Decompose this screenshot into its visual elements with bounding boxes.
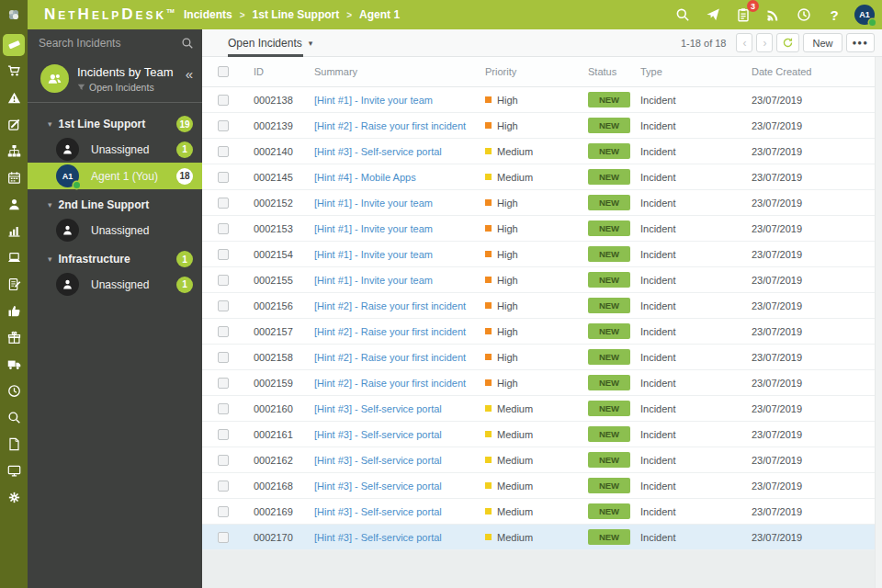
rail-item-compose[interactable] [0,111,28,138]
incident-link[interactable]: [Hint #2] - Raise your first incident [314,378,466,389]
rail-item-laptop[interactable] [0,244,28,271]
refresh-button[interactable] [776,33,799,52]
incident-link[interactable]: [Hint #1] - Invite your team [314,198,433,209]
row-checkbox[interactable] [218,120,229,131]
rail-item-calendar[interactable] [0,164,28,191]
table-row[interactable]: 0002140[Hint #3] - Self-service portalMe… [202,139,882,164]
rail-item-truck[interactable] [0,351,28,378]
table-row[interactable]: 0002170[Hint #3] - Self-service portalMe… [202,525,882,550]
rail-item-ticket[interactable] [0,31,28,58]
rail-item-clock[interactable] [0,378,28,404]
table-row[interactable]: 0002162[Hint #3] - Self-service portalMe… [202,447,882,473]
vertical-scrollbar[interactable] [875,57,882,588]
rail-item-search[interactable] [0,404,28,431]
user-avatar[interactable]: A1 [854,5,875,25]
table-row[interactable]: 0002138[Hint #1] - Invite your teamHighN… [202,87,882,113]
prev-page-button[interactable]: ‹ [736,33,752,52]
table-row[interactable]: 0002156[Hint #2] - Raise your first inci… [202,293,882,319]
team-group[interactable]: ▾Infrastructure1 [28,247,202,271]
incident-link[interactable]: [Hint #2] - Raise your first incident [314,120,466,131]
row-checkbox[interactable] [218,532,229,543]
row-checkbox[interactable] [218,172,229,183]
incident-link[interactable]: [Hint #3] - Self-service portal [314,146,442,157]
new-incident-button[interactable]: New [803,33,842,52]
incident-link[interactable]: [Hint #2] - Raise your first incident [314,300,466,311]
team-member[interactable]: Unassigned1 [28,136,202,163]
row-checkbox[interactable] [218,326,229,337]
table-row[interactable]: 0002159[Hint #2] - Raise your first inci… [202,370,882,396]
incident-link[interactable]: [Hint #2] - Raise your first incident [314,352,466,363]
table-row[interactable]: 0002152[Hint #1] - Invite your teamHighN… [202,190,882,216]
search-icon[interactable] [181,37,194,50]
tasks-icon[interactable]: 3 [733,5,753,25]
table-row[interactable]: 0002155[Hint #1] - Invite your teamHighN… [202,267,882,293]
row-checkbox[interactable] [218,378,229,389]
send-icon[interactable] [703,5,723,25]
search-icon[interactable] [673,5,693,25]
rail-item-monitor[interactable] [0,458,28,484]
rail-item-note[interactable] [0,271,28,298]
team-group[interactable]: ▾1st Line Support19 [28,112,202,136]
incident-link[interactable]: [Hint #3] - Self-service portal [314,506,442,517]
view-selector[interactable]: Open Incidents ▾ [228,37,312,50]
breadcrumb-item[interactable]: Agent 1 [359,8,400,21]
table-row[interactable]: 0002154[Hint #1] - Invite your teamHighN… [202,242,882,267]
table-row[interactable]: 0002161[Hint #3] - Self-service portalMe… [202,422,882,447]
incident-link[interactable]: [Hint #2] - Raise your first incident [314,326,466,337]
table-row[interactable]: 0002153[Hint #1] - Invite your teamHighN… [202,216,882,242]
row-checkbox[interactable] [218,95,229,106]
rail-item-thumb[interactable] [0,298,28,324]
row-checkbox[interactable] [218,352,229,363]
row-checkbox[interactable] [218,455,229,466]
row-checkbox[interactable] [218,223,229,234]
row-checkbox[interactable] [218,506,229,517]
collapse-sidebar-icon[interactable]: « [186,66,193,82]
rail-item-sitemap[interactable] [0,138,28,164]
more-actions-button[interactable]: ●●● [846,33,876,52]
history-icon[interactable] [794,5,814,25]
select-all-checkbox[interactable] [218,66,229,77]
table-row[interactable]: 0002168[Hint #3] - Self-service portalMe… [202,473,882,499]
rail-item-user[interactable] [0,191,28,218]
table-row[interactable]: 0002157[Hint #2] - Raise your first inci… [202,319,882,345]
row-checkbox[interactable] [218,198,229,209]
rail-item-cart[interactable] [0,58,28,85]
table-row[interactable]: 0002169[Hint #3] - Self-service portalMe… [202,499,882,525]
next-page-button[interactable]: › [756,33,773,52]
incident-link[interactable]: [Hint #3] - Self-service portal [314,403,442,414]
incident-link[interactable]: [Hint #1] - Invite your team [314,275,433,286]
breadcrumb-item[interactable]: 1st Line Support [253,8,340,21]
rail-item-gear[interactable] [0,484,28,511]
feed-icon[interactable] [763,5,784,25]
table-row[interactable]: 0002158[Hint #2] - Raise your first inci… [202,345,882,370]
table-row[interactable]: 0002145[Hint #4] - Mobile AppsMediumNEWI… [202,164,882,190]
row-checkbox[interactable] [218,275,229,286]
table-row[interactable]: 0002139[Hint #2] - Raise your first inci… [202,113,882,139]
help-icon[interactable]: ? [824,5,844,25]
incident-link[interactable]: [Hint #3] - Self-service portal [314,429,442,440]
table-row[interactable]: 0002160[Hint #3] - Self-service portalMe… [202,396,882,422]
rail-item-gift[interactable] [0,324,28,351]
incident-link[interactable]: [Hint #3] - Self-service portal [314,455,442,466]
incident-link[interactable]: [Hint #1] - Invite your team [314,95,433,106]
team-member[interactable]: A1Agent 1 (You)18 [28,163,202,189]
row-checkbox[interactable] [218,249,229,260]
row-checkbox[interactable] [218,146,229,157]
incident-link[interactable]: [Hint #1] - Invite your team [314,223,433,234]
incident-link[interactable]: [Hint #3] - Self-service portal [314,532,442,543]
team-member[interactable]: Unassigned [28,217,202,243]
breadcrumb-item[interactable]: Incidents [184,8,232,21]
rail-item-warning[interactable] [0,85,28,111]
incident-link[interactable]: [Hint #4] - Mobile Apps [314,172,416,183]
row-checkbox[interactable] [218,429,229,440]
team-member[interactable]: Unassigned1 [28,271,202,298]
rail-item-file[interactable] [0,431,28,458]
row-checkbox[interactable] [218,300,229,311]
incident-link[interactable]: [Hint #3] - Self-service portal [314,481,442,492]
row-checkbox[interactable] [218,403,229,414]
search-input[interactable] [39,37,181,50]
incident-link[interactable]: [Hint #1] - Invite your team [314,249,433,260]
rail-item-chart[interactable] [0,218,28,244]
row-checkbox[interactable] [218,481,229,492]
team-group[interactable]: ▾2nd Line Support [28,193,202,217]
